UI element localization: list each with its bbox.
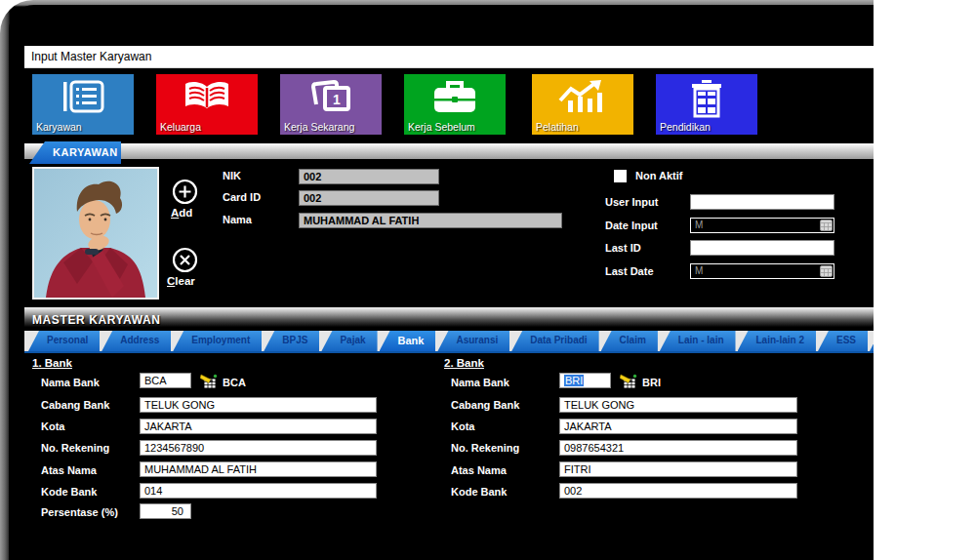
bank2-cabang-field[interactable]: TELUK GONG	[559, 397, 797, 413]
tab-label: Employment	[191, 335, 250, 345]
tab-data-pribadi[interactable]: Data Pribadi	[511, 331, 598, 351]
bank2-nama-bank-field[interactable]: BRI	[559, 373, 611, 388]
toolbar-button-keluarga[interactable]: Keluarga	[156, 74, 258, 135]
nama-field[interactable]: MUHAMMAD AL FATIH	[299, 213, 562, 228]
tab-asuransi[interactable]: Asuransi	[437, 331, 509, 351]
section-header: MASTER KARYAWAN	[24, 307, 874, 330]
non-aktif-label: Non Aktif	[635, 170, 682, 181]
bank2-rekening-field[interactable]: 0987654321	[559, 440, 797, 456]
bank2-rekening-label: No. Rekening	[451, 442, 519, 454]
tab-personal[interactable]: Personal	[28, 331, 100, 351]
window-title: Input Master Karyawan	[31, 50, 151, 63]
tab-karyawan[interactable]: KARYAWAN	[29, 141, 121, 164]
toolbar-button-kerja-sekarang[interactable]: 1 Kerja Sekarang	[280, 74, 382, 135]
toolbar: Karyawan Keluarga	[24, 68, 874, 141]
tab-karyawan-label: KARYAWAN	[53, 146, 118, 158]
bank2-kode-field[interactable]: 002	[559, 483, 797, 499]
tab-label: Pajak	[340, 335, 365, 345]
bank-lookup-icon[interactable]	[200, 374, 218, 389]
tab-lain-lain[interactable]: Lain - lain	[660, 331, 736, 351]
toolbar-button-karyawan[interactable]: Karyawan	[32, 74, 134, 135]
tab-label: Personal	[47, 335, 88, 345]
x-circle-icon	[172, 247, 198, 273]
tab-keterangan[interactable]: Keterangan	[870, 331, 874, 351]
tab-label: Lain - lain	[678, 335, 724, 345]
toolbar-button-pendidikan[interactable]: Pendidikan	[656, 74, 757, 135]
building-icon	[684, 79, 729, 118]
bank2-kota-field[interactable]: JAKARTA	[559, 419, 797, 434]
add-button[interactable]	[172, 179, 198, 205]
toolbar-button-pelatihan[interactable]: Pelatihan	[532, 74, 633, 135]
employee-header-form: Add Clear NIK Card ID Nama 002 002 MUHAM…	[24, 164, 874, 307]
record-tab-strip: KARYAWAN	[24, 141, 874, 164]
trend-chart-icon	[556, 79, 609, 116]
bank1-nama-bank-field[interactable]: BCA	[140, 373, 191, 388]
date-input-field[interactable]: M	[690, 218, 834, 233]
cardid-field[interactable]: 002	[299, 190, 439, 206]
bank2-kode-label: Kode Bank	[451, 486, 507, 498]
briefcase-icon	[430, 79, 479, 116]
tab-address[interactable]: Address	[102, 331, 171, 351]
bank1-nama-bank-display: BCA	[223, 377, 246, 388]
bank1-kode-field[interactable]: 014	[140, 483, 377, 499]
tab-label: Asuransi	[456, 335, 498, 345]
bank2-atas-nama-field[interactable]: FITRI	[559, 461, 797, 477]
bank1-rekening-label: No. Rekening	[41, 442, 109, 454]
clear-button-label[interactable]: Clear	[167, 275, 195, 287]
bank1-persentase-label: Persentase (%)	[41, 506, 118, 518]
toolbar-button-label: Pelatihan	[536, 121, 579, 133]
tab-lain-lain-2[interactable]: Lain-lain 2	[738, 331, 816, 351]
tab-claim[interactable]: Claim	[601, 331, 658, 351]
bank1-cabang-field[interactable]: TELUK GONG	[140, 397, 377, 413]
bank2-kota-label: Kota	[451, 420, 474, 432]
tab-label: Data Pribadi	[530, 335, 587, 345]
last-id-field[interactable]	[690, 240, 834, 256]
bank1-kota-field[interactable]: JAKARTA	[140, 419, 377, 434]
monitor-screen: Input Master Karyawan Karyawan	[0, 0, 874, 560]
add-button-label[interactable]: Add	[171, 207, 192, 219]
last-date-value: M	[695, 265, 703, 276]
tab-label: BPJS	[282, 335, 307, 345]
toolbar-button-kerja-sebelum[interactable]: Kerja Sebelum	[404, 74, 506, 135]
date-input-label: Date Input	[605, 220, 658, 231]
bank1-title: 1. Bank	[32, 357, 72, 369]
tab-label: Lain-lain 2	[756, 335, 804, 345]
bank1-rekening-field[interactable]: 1234567890	[140, 440, 377, 456]
calendar-icon[interactable]	[820, 265, 833, 277]
desktop: Input Master Karyawan Karyawan	[9, 5, 874, 560]
last-id-label: Last ID	[605, 242, 641, 254]
toolbar-button-label: Kerja Sebelum	[408, 121, 475, 133]
tab-ess[interactable]: ESS	[818, 331, 868, 351]
calendar-icon[interactable]	[820, 220, 833, 231]
bank1-atas-nama-label: Atas Nama	[41, 464, 97, 476]
cardid-label: Card ID	[223, 191, 261, 203]
toolbar-button-label: Pendidikan	[660, 121, 711, 133]
tab-employment[interactable]: Employment	[173, 331, 262, 351]
open-book-icon	[182, 79, 232, 114]
bank1-nama-bank-label: Nama Bank	[41, 377, 100, 388]
list-form-icon	[61, 79, 105, 114]
svg-text:1: 1	[333, 92, 341, 107]
bank-lookup-icon[interactable]	[620, 374, 637, 389]
user-input-field[interactable]	[690, 194, 834, 210]
bank1-persentase-field[interactable]: 50	[140, 503, 191, 519]
portrait-illustration	[34, 169, 157, 298]
tab-rail	[24, 143, 874, 159]
toolbar-button-label: Keluarga	[160, 121, 201, 133]
non-aktif-checkbox[interactable]	[614, 170, 627, 182]
nik-label: NIK	[223, 170, 241, 181]
plus-circle-icon	[172, 179, 198, 205]
bank2-title: 2. Bank	[444, 357, 484, 369]
selected-text: BRI	[564, 375, 584, 386]
tab-bpjs[interactable]: BPJS	[264, 331, 319, 351]
bank2-cabang-label: Cabang Bank	[451, 399, 519, 411]
tab-bank[interactable]: Bank	[380, 331, 436, 351]
nik-field[interactable]: 002	[299, 169, 439, 184]
bank1-atas-nama-field[interactable]: MUHAMMAD AL FATIH	[140, 461, 377, 477]
last-date-field[interactable]: M	[690, 263, 834, 279]
clear-button[interactable]	[172, 247, 198, 273]
tab-label: Address	[120, 335, 159, 345]
tab-label: Bank	[398, 335, 425, 346]
tab-pajak[interactable]: Pajak	[321, 331, 377, 351]
bank2-nama-bank-label: Nama Bank	[451, 377, 509, 388]
